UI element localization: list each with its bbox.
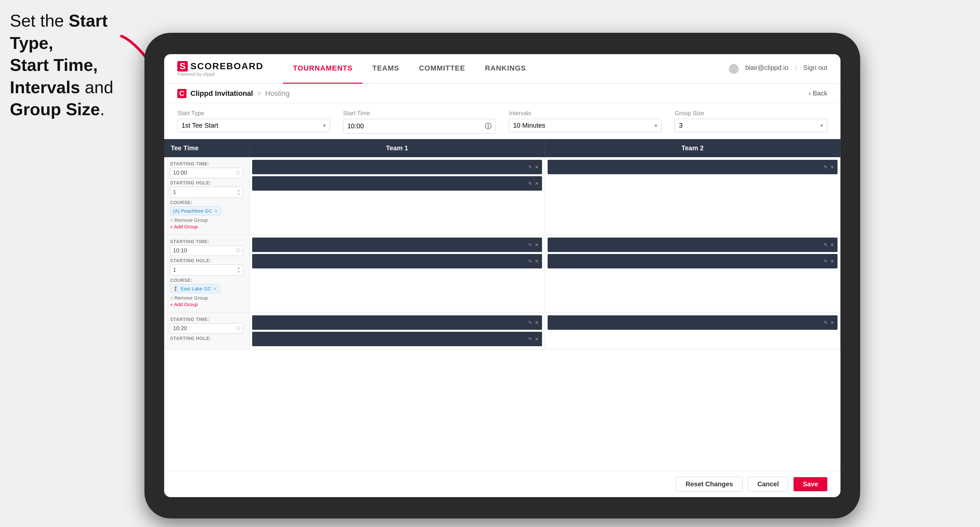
group-row-2: STARTING TIME: 10:20 ⓘ STARTING HOLE: ✎ … (164, 313, 840, 349)
tab-tournaments[interactable]: TOURNAMENTS (283, 54, 363, 84)
close-icon-2-t1-1[interactable]: ✕ (535, 337, 539, 341)
course-tag-0: (A) Peachtree GC ✕ (170, 206, 221, 215)
edit-icon-0-t2-0: ✎ (824, 164, 828, 170)
save-button[interactable]: Save (794, 477, 827, 491)
start-type-chevron: ▾ (323, 122, 326, 129)
intervals-label: Intervals (509, 110, 662, 117)
close-icon-0-t2-0[interactable]: ✕ (830, 164, 834, 170)
close-icon-1-t2-0[interactable]: ✕ (830, 242, 834, 248)
starting-time-label-1: STARTING TIME: (170, 239, 243, 244)
starting-time-input-1[interactable]: 10:10 ⓘ (170, 246, 243, 256)
group-section-2: STARTING TIME: 10:20 ⓘ STARTING HOLE: ✎ … (164, 313, 840, 349)
bold-intervals: Intervals (10, 78, 80, 97)
remove-group-icon-1: ○ (170, 295, 173, 301)
intervals-chevron: ▾ (655, 122, 657, 129)
starting-time-info-icon-1: ⓘ (236, 248, 240, 254)
starting-time-input-2[interactable]: 10:20 ⓘ (170, 323, 243, 334)
close-icon-1-t1-1[interactable]: ✕ (535, 259, 539, 264)
group-size-group: Group Size 3 ▾ (675, 110, 827, 133)
close-icon-0-t1-1[interactable]: ✕ (535, 181, 539, 186)
settings-row: Start Type 1st Tee Start ▾ Start Time 10… (164, 103, 840, 139)
schedule-table: Tee Time Team 1 Team 2 STARTING TIME: 10… (164, 139, 840, 471)
player-row-1-t2-1: ✎ ✕ (547, 254, 837, 268)
user-email-link[interactable]: blair@clippd.io (745, 64, 788, 74)
tab-committee[interactable]: COMMITTEE (409, 54, 475, 84)
footer-bar: Reset Changes Cancel Save (164, 471, 840, 497)
back-button[interactable]: ‹ Back (809, 90, 827, 97)
player-row-2-t1-0: ✎ ✕ (252, 315, 542, 330)
remove-group-link-1[interactable]: ○ Remove Group (170, 295, 243, 301)
tablet-screen: S SCOREBOARD Powered by clippd TOURNAMEN… (164, 54, 840, 497)
instruction-text: Set the Start Type, Start Time, Interval… (10, 10, 135, 121)
edit-icon-1-t1-1: ✎ (528, 259, 532, 264)
bold-start-type: Start Type, (10, 11, 108, 52)
close-icon-0-t1-0[interactable]: ✕ (535, 164, 539, 170)
starting-hole-value-1: 1 (173, 267, 176, 273)
course-tag-1: 🏌 East Lake GC ✕ (170, 284, 220, 293)
remove-group-link-0[interactable]: ○ Remove Group (170, 217, 243, 223)
start-type-label: Start Type (177, 110, 330, 117)
course-icon-1: 🏌 (173, 286, 178, 291)
intervals-group: Intervals 10 Minutes ▾ (509, 110, 662, 133)
player-row-1-t2-0: ✎ ✕ (547, 238, 837, 252)
course-remove-0[interactable]: ✕ (214, 208, 218, 214)
action-links-1: ○ Remove Group + Add Group (170, 295, 243, 307)
start-type-value: 1st Tee Start (181, 122, 218, 129)
close-icon-1-t1-0[interactable]: ✕ (535, 242, 539, 248)
edit-icon-0-t1-0: ✎ (528, 164, 532, 170)
starting-time-info-icon-0: ⓘ (236, 170, 240, 176)
remove-group-label-0: Remove Group (174, 217, 208, 223)
start-time-value: 10:00 (347, 122, 364, 130)
hole-stepper-1[interactable]: ▲▼ (237, 267, 240, 274)
player-row-1-t1-1: ✎ ✕ (252, 254, 542, 268)
group-left-1: STARTING TIME: 10:10 ⓘ STARTING HOLE: 1 … (164, 235, 250, 312)
logo-c-letter: S (177, 61, 188, 71)
group-size-value: 3 (679, 122, 682, 129)
group-size-label: Group Size (675, 110, 827, 117)
course-label-0: COURSE: (170, 200, 243, 205)
group-left-0: STARTING TIME: 10:00 ⓘ STARTING HOLE: 1 … (164, 157, 250, 234)
nav-tabs: TOURNAMENTS TEAMS COMMITTEE RANKINGS (283, 54, 729, 84)
edit-icon-2-t1-1: ✎ (528, 337, 532, 341)
add-group-link-1[interactable]: + Add Group (170, 302, 243, 307)
col-team2: Team 2 (545, 139, 840, 157)
user-avatar (729, 64, 739, 74)
breadcrumb: C Clippd Invitational > Hosting (177, 89, 290, 98)
close-icon-2-t2-0[interactable]: ✕ (830, 320, 834, 325)
starting-time-label-0: STARTING TIME: (170, 161, 243, 167)
group-size-select[interactable]: 3 ▾ (675, 119, 827, 132)
intervals-select[interactable]: 10 Minutes ▾ (509, 119, 662, 132)
starting-hole-input-1[interactable]: 1 ▲▼ (170, 265, 243, 276)
course-remove-1[interactable]: ✕ (213, 286, 217, 291)
starting-hole-input-0[interactable]: 1 ▲▼ (170, 187, 243, 198)
starting-hole-label-1: STARTING HOLE: (170, 258, 243, 263)
player-row-2-t1-1: ✎ ✕ (252, 332, 542, 346)
reset-changes-button[interactable]: Reset Changes (676, 477, 743, 492)
sign-out-link[interactable]: Sign out (803, 64, 827, 74)
cancel-button[interactable]: Cancel (748, 477, 789, 492)
team2-cell-2: ✎ ✕ (545, 313, 840, 349)
close-icon-2-t1-0[interactable]: ✕ (535, 320, 539, 325)
tab-rankings[interactable]: RANKINGS (475, 54, 536, 84)
start-type-group: Start Type 1st Tee Start ▾ (177, 110, 330, 133)
add-group-link-0[interactable]: + Add Group (170, 224, 243, 229)
group-section-1: STARTING TIME: 10:10 ⓘ STARTING HOLE: 1 … (164, 235, 840, 313)
breadcrumb-tournament[interactable]: Clippd Invitational (191, 89, 253, 98)
start-time-info-icon: ⓘ (485, 122, 492, 130)
start-type-select[interactable]: 1st Tee Start ▾ (177, 119, 330, 132)
starting-hole-label-2: STARTING HOLE: (170, 336, 243, 341)
edit-icon-1-t2-1: ✎ (824, 259, 828, 264)
tab-teams[interactable]: TEAMS (363, 54, 409, 84)
starting-time-input-0[interactable]: 10:00 ⓘ (170, 168, 243, 178)
close-icon-1-t2-1[interactable]: ✕ (830, 259, 834, 264)
edit-icon-1-t1-0: ✎ (528, 242, 532, 248)
logo: S SCOREBOARD Powered by clippd (177, 61, 263, 77)
group-size-chevron: ▾ (821, 122, 823, 129)
top-nav: S SCOREBOARD Powered by clippd TOURNAMEN… (164, 54, 840, 84)
hole-stepper-0[interactable]: ▲▼ (237, 189, 240, 196)
add-group-label-1: + Add Group (170, 302, 198, 307)
starting-hole-label-0: STARTING HOLE: (170, 180, 243, 186)
edit-icon-1-t2-0: ✎ (824, 242, 828, 248)
nav-separator: | (795, 64, 797, 74)
start-time-select[interactable]: 10:00 ⓘ (343, 119, 496, 133)
